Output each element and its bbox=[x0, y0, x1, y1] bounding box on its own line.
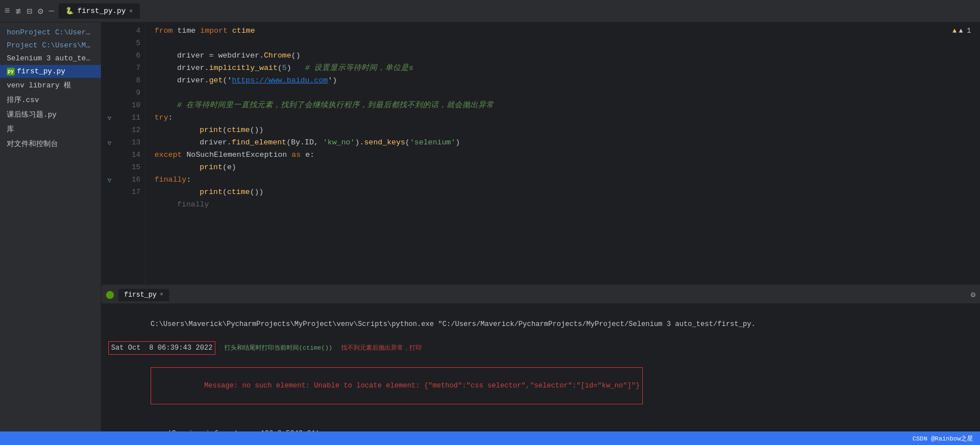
sidebar-item-lib[interactable]: 库 bbox=[0, 122, 101, 136]
code-line-7: driver.implicitly_wait(5) # 设置显示等待时间，单位是… bbox=[154, 62, 971, 74]
terminal-content[interactable]: C:\Users\Maverick\PycharmProjects\MyProj… bbox=[101, 304, 980, 431]
terminal-session-line: (Session info: chrome=106.0.5249.91) bbox=[108, 417, 973, 431]
sidebar-item-project-path[interactable]: Project C:\Users\Mav bbox=[0, 39, 101, 52]
module-time: time bbox=[178, 25, 196, 37]
code-editor[interactable]: ▽ ▽ ▽ 4 5 6 7 8 9 10 11 12 13 14 bbox=[101, 23, 980, 285]
error-box: Message: no such element: Unable to loca… bbox=[151, 367, 643, 404]
func-find-element: find_element bbox=[232, 136, 286, 149]
minimize-icon[interactable]: ⊟ bbox=[27, 6, 32, 17]
func-send-keys: send_keys bbox=[364, 136, 405, 149]
terminal-gear-icon[interactable]: ⚙ bbox=[971, 290, 975, 299]
venv-label: venv library 根 bbox=[7, 81, 71, 90]
run-icon bbox=[106, 291, 114, 299]
module-webdriver: webdriver bbox=[218, 50, 259, 62]
finally-label: finally bbox=[177, 199, 209, 211]
sidebar-item-first-py[interactable]: py first_py.py bbox=[0, 65, 101, 78]
list-icon[interactable]: ≢ bbox=[16, 6, 21, 17]
var-driver: driver bbox=[177, 50, 205, 62]
code-line-17: print(ctime()) bbox=[154, 186, 971, 199]
console-label: 对文件和控制台 bbox=[7, 140, 58, 148]
sidebar-item-homework[interactable]: 课后练习题.py bbox=[0, 107, 101, 122]
code-line-8: driver.get('https://www.baidu.com') bbox=[154, 74, 971, 87]
keyword-as: as bbox=[292, 149, 301, 161]
func-ctime-12: ctime bbox=[227, 124, 250, 136]
comment-line10: # 在等待时间里一直找元素，找到了会继续执行程序，到最后都找不到的话，就会抛出异… bbox=[177, 99, 494, 112]
status-bar: CSDN @Rainbow之星 bbox=[0, 431, 980, 445]
exception-class: NoSuchElementException bbox=[187, 149, 287, 161]
terminal-cmd-line: C:\Users\Maverick\PycharmProjects\MyProj… bbox=[108, 307, 973, 341]
keyword-finally: finally bbox=[154, 174, 187, 186]
func-implicitly-wait: implicitly_wait bbox=[209, 62, 278, 74]
func-ctime: ctime bbox=[232, 25, 255, 37]
lib-label: 库 bbox=[7, 125, 14, 134]
sidebar: honProject C:\Users\ Project C:\Users\Ma… bbox=[0, 23, 101, 431]
terminal-error-line: Message: no such element: Unable to loca… bbox=[108, 355, 973, 417]
keyword-from: from bbox=[154, 25, 173, 37]
terminal-timestamp-line: Sat Oct 8 06:39:43 2022 打头和结尾时打印当前时间(cti… bbox=[108, 341, 973, 355]
func-print-17: print bbox=[200, 186, 223, 199]
terminal-tab-first-py[interactable]: first_py × bbox=[118, 289, 169, 301]
annotation-start: 打头和结尾时打印当前时间(ctime()) bbox=[224, 342, 332, 354]
func-chrome: Chrome bbox=[264, 50, 292, 62]
sidebar-item-console[interactable]: 对文件和控制台 bbox=[0, 136, 101, 151]
code-line-5 bbox=[154, 37, 971, 50]
code-line-13: driver.find_element(By.ID, 'kw_no').send… bbox=[154, 136, 971, 149]
sidebar-item-selenium[interactable]: Selenium 3 auto_test bbox=[0, 52, 101, 65]
line-numbers: 4 5 6 7 8 9 10 11 12 13 14 15 16 17 bbox=[117, 23, 145, 285]
terminal-tabs: first_py × ⚙ bbox=[101, 286, 980, 304]
dash-icon[interactable]: — bbox=[49, 6, 55, 16]
gutter-area: ▽ ▽ ▽ bbox=[101, 23, 117, 285]
code-line-16: finally: bbox=[154, 174, 971, 186]
comment-line7: # 设置显示等待时间，单位是s bbox=[305, 62, 413, 74]
func-print-15: print bbox=[200, 161, 223, 174]
url-baidu: https://www.baidu.com bbox=[232, 74, 328, 87]
code-line-10: # 在等待时间里一直找元素，找到了会继续执行程序，到最后都找不到的话，就会抛出异… bbox=[154, 99, 971, 112]
code-line-label: finally bbox=[154, 199, 971, 211]
error-message: Message: no such element: Unable to loca… bbox=[204, 382, 640, 390]
first-py-label: py first_py.py bbox=[7, 67, 94, 76]
annotation-error: 找不到元素后抛出异常，打印 bbox=[341, 342, 422, 354]
terminal-area: first_py × ⚙ C:\Users\Maverick\PycharmPr… bbox=[101, 285, 980, 431]
code-line-9 bbox=[154, 87, 971, 99]
fold-icon-16[interactable]: ▽ bbox=[101, 174, 117, 186]
terminal-tab-close[interactable]: × bbox=[160, 292, 164, 298]
tab-close-button[interactable]: × bbox=[129, 8, 133, 15]
code-line-15: print(e) bbox=[154, 161, 971, 174]
fold-icon-13[interactable]: ▽ bbox=[101, 136, 117, 149]
keyword-except: except bbox=[154, 149, 182, 161]
tab-label: first_py.py bbox=[77, 7, 126, 15]
code-line-12: print(ctime()) bbox=[154, 124, 971, 136]
str-selenium: 'selenium' bbox=[410, 136, 456, 149]
settings-icon[interactable]: ⚙ bbox=[38, 6, 43, 17]
code-content: ▲ ▲ 1 from time import ctime driver = we… bbox=[145, 23, 980, 285]
str-kw-no: 'kw_no' bbox=[323, 136, 355, 149]
terminal-tab-label: first_py bbox=[124, 291, 157, 299]
code-line-11: try: bbox=[154, 112, 971, 124]
status-bar-right: CSDN @Rainbow之星 bbox=[912, 434, 973, 443]
main-area: honProject C:\Users\ Project C:\Users\Ma… bbox=[0, 23, 980, 431]
toolbar-icons: ≡ ≢ ⊟ ⚙ — bbox=[5, 6, 54, 17]
code-line-6: driver = webdriver.Chrome() bbox=[154, 50, 971, 62]
sidebar-item-project-root[interactable]: honProject C:\Users\ bbox=[0, 26, 101, 39]
python-icon: py bbox=[7, 68, 15, 76]
func-ctime-17: ctime bbox=[227, 186, 250, 199]
code-line-4: from time import ctime bbox=[154, 25, 971, 37]
selenium-label: Selenium 3 auto_test bbox=[7, 54, 95, 63]
sidebar-item-venv[interactable]: venv library 根 bbox=[0, 78, 101, 92]
timestamp-box: Sat Oct 8 06:39:43 2022 bbox=[108, 341, 215, 355]
python-file-icon: 🐍 bbox=[65, 7, 74, 15]
keyword-import: import bbox=[200, 25, 228, 37]
file-tab[interactable]: 🐍 first_py.py × bbox=[59, 3, 139, 19]
tab-bar: 🐍 first_py.py × bbox=[59, 3, 975, 19]
status-attribution: CSDN @Rainbow之星 bbox=[912, 434, 973, 443]
project-root-label: honProject C:\Users\ bbox=[7, 28, 95, 37]
fold-icon-11[interactable]: ▽ bbox=[101, 112, 117, 124]
top-toolbar: ≡ ≢ ⊟ ⚙ — 🐍 first_py.py × bbox=[0, 0, 980, 23]
csv-label: 排序.csv bbox=[7, 96, 39, 104]
project-path-label: Project C:\Users\Mav bbox=[7, 41, 95, 50]
menu-icon[interactable]: ≡ bbox=[5, 6, 10, 16]
code-line-14: except NoSuchElementException as e: bbox=[154, 149, 971, 161]
editor-area: ▽ ▽ ▽ 4 5 6 7 8 9 10 11 12 13 14 bbox=[101, 23, 980, 431]
sidebar-item-csv[interactable]: 排序.csv bbox=[0, 92, 101, 107]
homework-label: 课后练习题.py bbox=[7, 111, 56, 119]
